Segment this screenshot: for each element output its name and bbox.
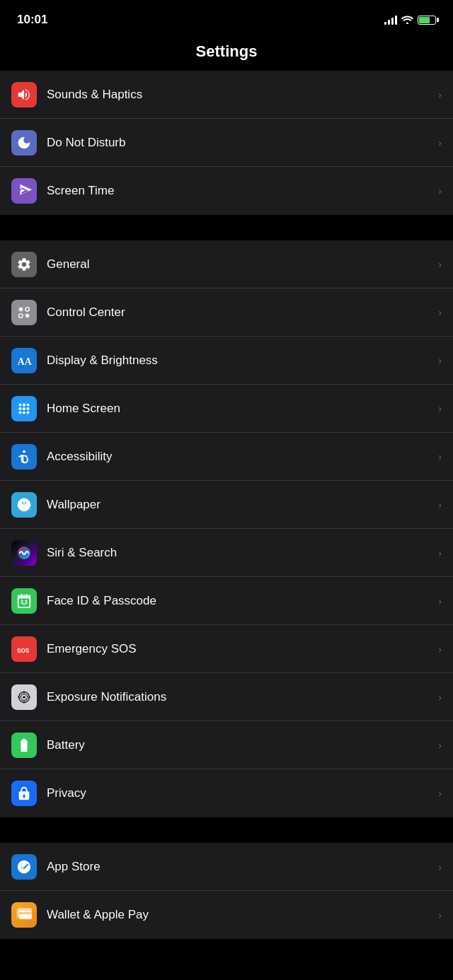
home-screen-label: Home Screen: [47, 402, 432, 416]
screen-time-label: Screen Time: [47, 184, 432, 198]
settings-section-3: A App Store › Wallet & Apple Pay ›: [0, 843, 453, 939]
svg-point-9: [23, 407, 25, 409]
emergency-sos-chevron: ›: [438, 643, 442, 655]
screen-time-chevron: ›: [438, 185, 442, 197]
app-store-chevron: ›: [438, 861, 442, 873]
svg-point-10: [26, 407, 29, 409]
svg-point-0: [19, 307, 23, 311]
settings-row-home-screen[interactable]: Home Screen ›: [0, 385, 453, 433]
siri-search-label: Siri & Search: [47, 546, 432, 560]
home-screen-chevron: ›: [438, 403, 442, 414]
display-brightness-chevron: ›: [438, 355, 442, 366]
settings-row-wallpaper[interactable]: Wallpaper ›: [0, 481, 453, 529]
app-store-icon: A: [11, 854, 37, 880]
settings-section-2: General › Control Center › AA Display & …: [0, 240, 453, 817]
emergency-sos-label: Emergency SOS: [47, 642, 432, 656]
settings-row-wallet-apple-pay[interactable]: Wallet & Apple Pay ›: [0, 891, 453, 939]
svg-rect-28: [19, 911, 32, 919]
section-divider-2: [0, 817, 453, 843]
settings-row-exposure-notifications[interactable]: Exposure Notifications ›: [0, 673, 453, 721]
svg-text:SOS: SOS: [17, 647, 30, 653]
svg-point-5: [18, 403, 21, 406]
exposure-notifications-label: Exposure Notifications: [47, 690, 432, 704]
face-id-icon: [11, 588, 37, 614]
wifi-icon: [401, 14, 413, 26]
settings-row-face-id[interactable]: Face ID & Passcode ›: [0, 577, 453, 625]
general-label: General: [47, 257, 432, 272]
svg-point-12: [23, 411, 25, 414]
svg-point-19: [23, 696, 25, 699]
privacy-label: Privacy: [47, 786, 432, 800]
emergency-sos-icon: SOS: [11, 636, 37, 662]
svg-point-8: [18, 407, 21, 409]
wallet-icon: [11, 902, 37, 928]
do-not-disturb-chevron: ›: [438, 137, 442, 148]
sounds-haptics-label: Sounds & Haptics: [47, 88, 432, 102]
settings-row-display-brightness[interactable]: AA Display & Brightness ›: [0, 337, 453, 385]
sounds-haptics-chevron: ›: [438, 89, 442, 100]
app-store-label: App Store: [47, 860, 432, 874]
accessibility-label: Accessibility: [47, 450, 432, 464]
settings-row-privacy[interactable]: Privacy ›: [0, 769, 453, 817]
settings-row-app-store[interactable]: A App Store ›: [0, 843, 453, 891]
control-center-icon: [11, 300, 37, 325]
section-divider-1: [0, 215, 453, 240]
svg-point-1: [25, 307, 30, 311]
screen-time-icon: [11, 178, 37, 204]
svg-point-7: [26, 403, 29, 406]
do-not-disturb-label: Do Not Disturb: [47, 136, 432, 150]
status-bar: 10:01: [0, 0, 453, 35]
wallpaper-icon: [11, 492, 37, 518]
svg-point-22: [23, 701, 25, 703]
settings-row-emergency-sos[interactable]: SOS Emergency SOS ›: [0, 625, 453, 673]
wallpaper-chevron: ›: [438, 499, 442, 511]
privacy-icon: [11, 781, 37, 806]
wallpaper-label: Wallpaper: [47, 498, 432, 512]
settings-row-do-not-disturb[interactable]: Do Not Disturb ›: [0, 119, 453, 167]
svg-point-3: [25, 313, 30, 317]
battery-label: Battery: [47, 738, 432, 752]
signal-icon: [384, 15, 397, 25]
svg-point-24: [28, 696, 30, 698]
do-not-disturb-icon: [11, 130, 37, 156]
face-id-label: Face ID & Passcode: [47, 594, 432, 608]
control-center-label: Control Center: [47, 305, 432, 320]
face-id-chevron: ›: [438, 595, 442, 607]
accessibility-chevron: ›: [438, 451, 442, 462]
exposure-notifications-chevron: ›: [438, 692, 442, 703]
status-time: 10:01: [17, 13, 47, 27]
battery-icon: [418, 16, 436, 25]
svg-point-2: [19, 313, 23, 317]
siri-search-chevron: ›: [438, 547, 442, 559]
battery-settings-icon: [11, 733, 37, 758]
settings-row-control-center[interactable]: Control Center ›: [0, 288, 453, 337]
display-brightness-icon: AA: [11, 348, 37, 373]
settings-row-screen-time[interactable]: Screen Time ›: [0, 167, 453, 215]
page-title: Settings: [0, 35, 453, 71]
home-screen-icon: [11, 396, 37, 421]
exposure-notifications-icon: [11, 684, 37, 710]
display-brightness-label: Display & Brightness: [47, 354, 432, 368]
settings-section-1: Sounds & Haptics › Do Not Disturb › Scre…: [0, 71, 453, 215]
wallet-apple-pay-label: Wallet & Apple Pay: [47, 908, 432, 922]
settings-row-sounds-haptics[interactable]: Sounds & Haptics ›: [0, 71, 453, 119]
siri-search-icon: [11, 540, 37, 566]
svg-rect-29: [19, 912, 32, 914]
settings-row-general[interactable]: General ›: [0, 240, 453, 288]
status-icons: [384, 14, 436, 26]
svg-point-11: [18, 411, 21, 414]
accessibility-icon: [11, 444, 37, 469]
bottom-spacer: [0, 939, 453, 980]
svg-point-23: [18, 696, 20, 698]
battery-chevron: ›: [438, 740, 442, 751]
general-icon: [11, 252, 37, 277]
general-chevron: ›: [438, 259, 442, 270]
svg-point-14: [23, 450, 25, 453]
svg-point-6: [23, 403, 25, 406]
settings-row-siri-search[interactable]: Siri & Search ›: [0, 529, 453, 577]
settings-row-accessibility[interactable]: Accessibility ›: [0, 433, 453, 481]
wallet-apple-pay-chevron: ›: [438, 909, 442, 921]
settings-row-battery[interactable]: Battery ›: [0, 721, 453, 769]
svg-point-21: [23, 691, 25, 693]
svg-point-13: [26, 411, 29, 414]
